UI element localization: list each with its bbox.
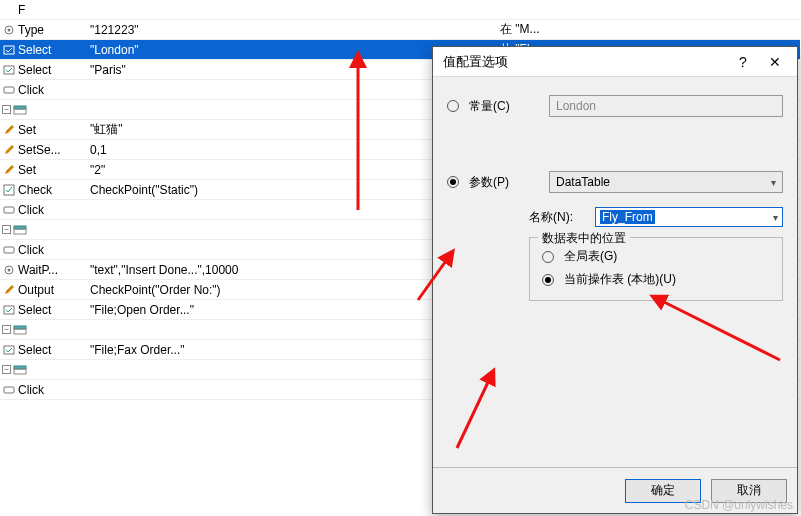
row-label: F <box>18 3 25 17</box>
expand-icon[interactable]: − <box>2 325 11 334</box>
param-label: 参数(P) <box>469 174 539 191</box>
gear-icon <box>2 23 16 37</box>
row-label: SetSe... <box>18 143 61 157</box>
check-icon <box>2 183 16 197</box>
select-icon <box>2 63 16 77</box>
expand-icon[interactable]: − <box>2 105 11 114</box>
name-row: 名称(N): Fly_From ▾ <box>529 207 783 227</box>
svg-rect-4 <box>4 87 14 93</box>
groupbox-legend: 数据表中的位置 <box>538 230 630 247</box>
expand-icon[interactable]: − <box>2 225 11 234</box>
dialog-titlebar: 值配置选项 ? ✕ <box>433 47 797 77</box>
row-value: "File;Open Order..." <box>90 303 390 317</box>
constant-option-row: 常量(C) London <box>447 95 783 117</box>
svg-rect-16 <box>14 329 26 334</box>
svg-rect-20 <box>4 387 14 393</box>
constant-radio[interactable] <box>447 100 459 112</box>
chevron-down-icon: ▾ <box>773 212 778 223</box>
header-icon <box>13 363 27 377</box>
dialog-buttons: 确定 取消 <box>433 467 797 513</box>
select-icon <box>2 343 16 357</box>
svg-rect-19 <box>14 369 26 374</box>
local-label: 当前操作表 (本地)(U) <box>564 271 676 288</box>
name-combobox[interactable]: Fly_From ▾ <box>595 207 783 227</box>
close-button[interactable]: ✕ <box>759 54 791 70</box>
row-label: Click <box>18 203 44 217</box>
row-label: Set <box>18 163 36 177</box>
row-value: "Paris" <box>90 63 390 77</box>
location-groupbox: 数据表中的位置 全局表(G) 当前操作表 (本地)(U) <box>529 237 783 301</box>
svg-rect-3 <box>4 66 14 74</box>
svg-rect-17 <box>4 346 14 354</box>
row-label: Output <box>18 283 54 297</box>
row-value: CheckPoint("Order No:") <box>90 283 390 297</box>
gear-icon <box>2 263 16 277</box>
pen-icon <box>2 163 16 177</box>
global-radio[interactable] <box>542 251 554 263</box>
name-label: 名称(N): <box>529 209 585 226</box>
param-details: 名称(N): Fly_From ▾ 数据表中的位置 全局表(G) 当前操作表 (… <box>529 207 783 301</box>
value-config-dialog: 值配置选项 ? ✕ 常量(C) London 参数(P) DataTable ▾… <box>432 46 798 514</box>
click-icon <box>2 203 16 217</box>
row-value: "121223" <box>90 23 390 37</box>
click-icon <box>2 383 16 397</box>
header-icon <box>13 323 27 337</box>
name-value: Fly_From <box>600 210 655 224</box>
row-label: Select <box>18 343 51 357</box>
param-type-value: DataTable <box>556 175 610 189</box>
select-icon <box>2 43 16 57</box>
svg-rect-6 <box>14 109 26 114</box>
select-icon <box>2 303 16 317</box>
row-label: Select <box>18 63 51 77</box>
param-radio[interactable] <box>447 176 459 188</box>
svg-rect-10 <box>14 229 26 234</box>
click-icon <box>2 83 16 97</box>
row-label: Set <box>18 123 36 137</box>
row-value: "虹猫" <box>90 121 390 138</box>
svg-rect-11 <box>4 247 14 253</box>
click-icon <box>2 243 16 257</box>
table-row[interactable]: Type"121223"在 "M... <box>0 20 800 40</box>
svg-point-13 <box>8 268 11 271</box>
row-label: WaitP... <box>18 263 58 277</box>
row-label: Select <box>18 43 51 57</box>
row-label: Click <box>18 83 44 97</box>
local-option-row: 当前操作表 (本地)(U) <box>542 271 770 288</box>
header-icon <box>13 103 27 117</box>
row-label: Click <box>18 243 44 257</box>
cancel-button[interactable]: 取消 <box>711 479 787 503</box>
row-extra: 在 "M... <box>500 21 800 38</box>
dialog-title: 值配置选项 <box>443 53 727 71</box>
svg-rect-2 <box>4 46 14 54</box>
header-icon <box>13 223 27 237</box>
expand-icon[interactable]: − <box>2 365 11 374</box>
pen-icon <box>2 283 16 297</box>
chevron-down-icon: ▾ <box>771 177 776 188</box>
table-row[interactable]: F <box>0 0 800 20</box>
dialog-body: 常量(C) London 参数(P) DataTable ▾ 名称(N): Fl… <box>433 77 797 467</box>
help-button[interactable]: ? <box>727 54 759 70</box>
constant-label: 常量(C) <box>469 98 539 115</box>
row-label: Select <box>18 303 51 317</box>
ok-button[interactable]: 确定 <box>625 479 701 503</box>
none-icon <box>2 3 16 17</box>
constant-textbox: London <box>549 95 783 117</box>
svg-rect-14 <box>4 306 14 314</box>
pen-icon <box>2 143 16 157</box>
row-value: "File;Fax Order..." <box>90 343 390 357</box>
row-label: Check <box>18 183 52 197</box>
param-option-row: 参数(P) DataTable ▾ <box>447 171 783 193</box>
global-option-row: 全局表(G) <box>542 248 770 265</box>
row-value: "2" <box>90 163 390 177</box>
local-radio[interactable] <box>542 274 554 286</box>
pen-icon <box>2 123 16 137</box>
row-value: "London" <box>90 43 390 57</box>
param-type-combobox[interactable]: DataTable ▾ <box>549 171 783 193</box>
svg-point-1 <box>8 28 11 31</box>
row-value: "text","Insert Done...",10000 <box>90 263 390 277</box>
global-label: 全局表(G) <box>564 248 617 265</box>
row-value: CheckPoint("Static") <box>90 183 390 197</box>
svg-rect-8 <box>4 207 14 213</box>
row-value: 0,1 <box>90 143 390 157</box>
row-label: Click <box>18 383 44 397</box>
